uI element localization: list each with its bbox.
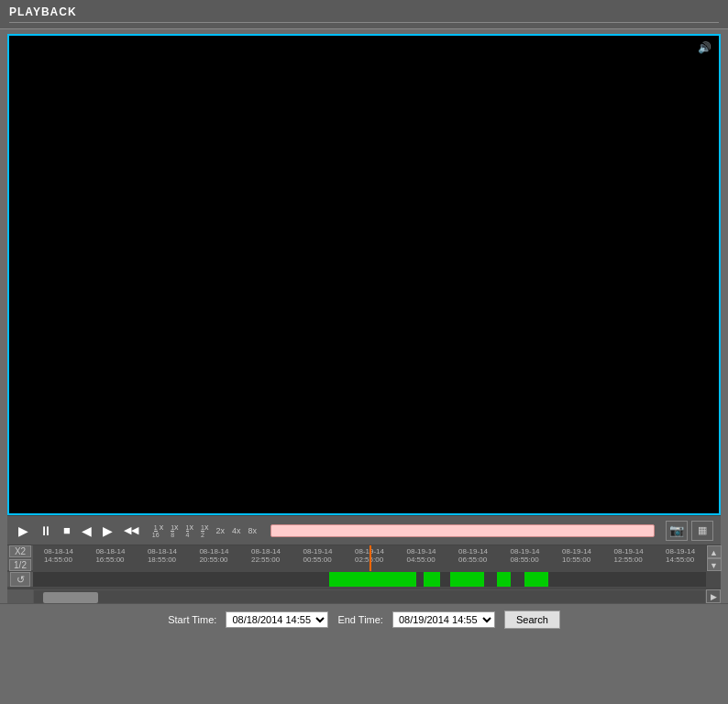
ruler-label-8: 08-19-1406:55:00 xyxy=(458,547,488,564)
speed-controls: 116x 18x 14x 12x 2x 4x 8x xyxy=(149,522,259,539)
bottom-bar: Start Time: 08/18/2014 14:55 End Time: 0… xyxy=(0,603,728,635)
start-time-select[interactable]: 08/18/2014 14:55 xyxy=(226,611,328,628)
speed-1-2x[interactable]: 12x xyxy=(198,522,211,539)
stop-button[interactable]: ■ xyxy=(60,522,74,539)
controls-bar: ▶ ⏸ ■ ◀ ▶ ◀◀ 116x 18x 14x 12x 2x 4x 8x 📷… xyxy=(7,515,721,544)
ruler-label-3: 08-18-1420:55:00 xyxy=(199,547,228,564)
speed-1-8x[interactable]: 18x xyxy=(168,522,181,539)
prev-button[interactable]: ◀ xyxy=(78,522,95,540)
record-button[interactable]: ▦ xyxy=(691,521,713,541)
search-button[interactable]: Search xyxy=(504,610,560,629)
end-time-label: End Time: xyxy=(337,614,383,625)
h-scrollbar-row: ▶ xyxy=(7,588,721,603)
fast-prev-button[interactable]: ◀◀ xyxy=(120,522,142,538)
scroll-up-button[interactable]: ▲ xyxy=(707,545,722,558)
v-scrollbar: ▲ ▼ xyxy=(706,545,721,571)
page-title: PLAYBACK xyxy=(9,6,719,18)
ruler-label-10: 08-19-1410:55:00 xyxy=(562,547,591,564)
reset-button[interactable]: ↺ xyxy=(10,572,30,587)
scroll-down-button[interactable]: ▼ xyxy=(707,558,722,571)
progress-bar[interactable] xyxy=(270,524,655,537)
playhead[interactable] xyxy=(370,545,371,571)
activity-track[interactable] xyxy=(33,572,706,587)
activity-segment-3 xyxy=(450,572,484,587)
header-divider xyxy=(9,22,719,23)
ruler-label-7: 08-19-1404:55:00 xyxy=(407,547,436,564)
speed-1-4x[interactable]: 14x xyxy=(183,522,196,539)
h-scroll-track[interactable] xyxy=(33,589,706,604)
timeline-ruler[interactable]: 08-18-1414:55:00 08-18-1416:55:00 08-18-… xyxy=(33,545,706,571)
activity-segment-1 xyxy=(329,572,416,587)
end-time-select[interactable]: 08/19/2014 14:55 xyxy=(392,611,495,628)
pause-button[interactable]: ⏸ xyxy=(36,522,56,540)
h-scroll-thumb[interactable] xyxy=(43,592,98,603)
ruler-label-9: 08-19-1408:55:00 xyxy=(511,547,540,564)
volume-icon[interactable]: 🔊 xyxy=(698,41,711,54)
timeline-header: X2 1/2 08-18-1414:55:00 08-18-1416:55:00… xyxy=(7,544,721,570)
activity-left: ↺ xyxy=(7,572,33,587)
h-scroll-right-arrow[interactable]: ▶ xyxy=(706,589,721,603)
activity-segment-5 xyxy=(524,572,548,587)
zoom-out-button[interactable]: 1/2 xyxy=(9,559,31,571)
zoom-controls: X2 1/2 xyxy=(7,544,33,573)
next-button[interactable]: ▶ xyxy=(99,522,116,540)
video-player: 🔊 xyxy=(7,34,721,515)
ruler-label-12: 08-19-1414:55:00 xyxy=(666,547,695,564)
ruler-label-2: 08-18-1418:55:00 xyxy=(148,547,177,564)
ruler-label-1: 08-18-1416:55:00 xyxy=(95,547,125,564)
speed-4x[interactable]: 4x xyxy=(229,525,244,536)
ruler-label-4: 08-18-1422:55:00 xyxy=(251,547,281,564)
main-area: 🔊 ▶ ⏸ ■ ◀ ▶ ◀◀ 116x 18x 14x 12x 2x 4x 8x… xyxy=(0,29,728,603)
zoom-in-button[interactable]: X2 xyxy=(9,545,31,557)
speed-1-16x[interactable]: 116x xyxy=(149,522,166,539)
ruler-label-11: 08-19-1412:55:00 xyxy=(614,547,644,564)
h-scroll-left xyxy=(7,589,33,603)
activity-segment-4 xyxy=(497,572,511,587)
start-time-label: Start Time: xyxy=(168,614,216,625)
activity-row: ↺ xyxy=(7,570,721,588)
timeline-area: X2 1/2 08-18-1414:55:00 08-18-1416:55:00… xyxy=(7,544,721,603)
speed-2x[interactable]: 2x xyxy=(213,525,227,536)
play-button[interactable]: ▶ xyxy=(15,522,32,540)
activity-segment-2 xyxy=(424,572,440,587)
speed-8x[interactable]: 8x xyxy=(245,525,259,536)
snapshot-button[interactable]: 📷 xyxy=(666,521,688,541)
ruler-label-5: 08-19-1400:55:00 xyxy=(303,547,332,564)
ruler-label-0: 08-18-1414:55:00 xyxy=(44,547,73,564)
header: PLAYBACK xyxy=(0,0,728,29)
